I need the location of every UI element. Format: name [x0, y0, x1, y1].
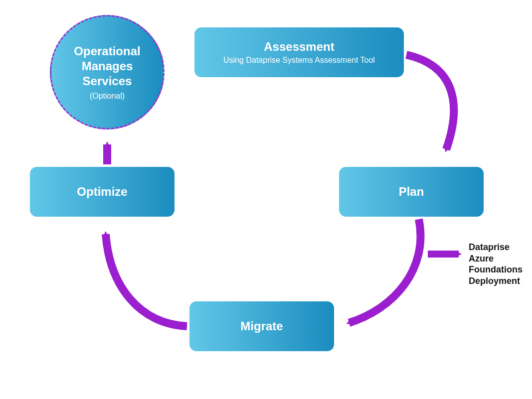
- arrow-plan-to-migrate: [349, 219, 420, 323]
- arrow-assessment-to-plan: [406, 55, 454, 149]
- flow-arrows: [0, 0, 532, 399]
- arrow-migrate-to-optimize: [106, 234, 187, 326]
